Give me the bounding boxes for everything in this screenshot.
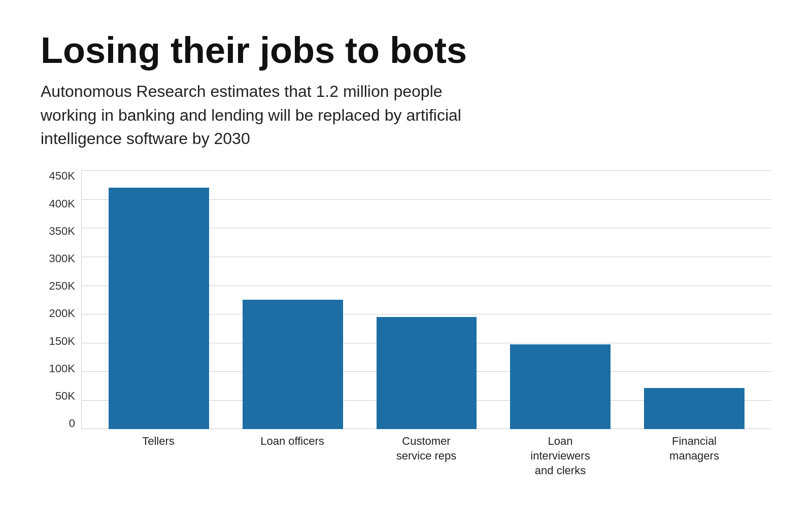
bar bbox=[109, 188, 209, 429]
y-axis-label: 400K bbox=[49, 198, 75, 209]
bar bbox=[510, 344, 611, 430]
y-axis-label: 350K bbox=[49, 226, 75, 237]
page-title: Losing their jobs to bots bbox=[41, 30, 771, 70]
bar bbox=[243, 300, 343, 429]
y-axis-label: 100K bbox=[49, 363, 75, 374]
x-axis-label: Loan officers bbox=[260, 434, 324, 449]
x-axis-label: Customerservice reps bbox=[396, 434, 457, 463]
x-label-group: Customerservice reps bbox=[359, 429, 493, 465]
x-axis-label: Loaninterviewersand clerks bbox=[530, 434, 590, 478]
y-axis-label: 150K bbox=[49, 336, 75, 347]
bar-group bbox=[360, 170, 494, 429]
y-axis-label: 300K bbox=[49, 253, 75, 264]
bar bbox=[377, 317, 477, 429]
x-axis-label: Financialmanagers bbox=[669, 434, 719, 463]
y-axis-label: 200K bbox=[49, 308, 75, 319]
x-labels: TellersLoan officersCustomerservice reps… bbox=[81, 429, 771, 465]
bar-group bbox=[92, 170, 226, 429]
x-axis-label: Tellers bbox=[142, 434, 175, 449]
x-label-group: Tellers bbox=[91, 429, 225, 465]
subtitle: Autonomous Research estimates that 1.2 m… bbox=[41, 80, 497, 150]
bar-group bbox=[226, 170, 360, 429]
bars-row bbox=[82, 170, 771, 429]
x-label-group: Loaninterviewersand clerks bbox=[493, 429, 627, 465]
y-axis-label: 450K bbox=[49, 170, 75, 182]
y-axis-label: 0 bbox=[69, 418, 75, 429]
y-axis-label: 50K bbox=[55, 391, 75, 402]
bar bbox=[644, 388, 745, 430]
x-label-group: Loan officers bbox=[225, 429, 359, 465]
y-axis: 450K400K350K300K250K200K150K100K50K0 bbox=[41, 170, 81, 465]
chart-area: TellersLoan officersCustomerservice reps… bbox=[81, 170, 771, 465]
x-label-group: Financialmanagers bbox=[627, 429, 761, 465]
bar-group bbox=[493, 170, 627, 429]
grid-and-bars bbox=[81, 170, 771, 429]
chart-container: 450K400K350K300K250K200K150K100K50K0 Tel… bbox=[41, 170, 771, 465]
bar-group bbox=[627, 170, 761, 429]
y-axis-label: 250K bbox=[49, 280, 75, 292]
